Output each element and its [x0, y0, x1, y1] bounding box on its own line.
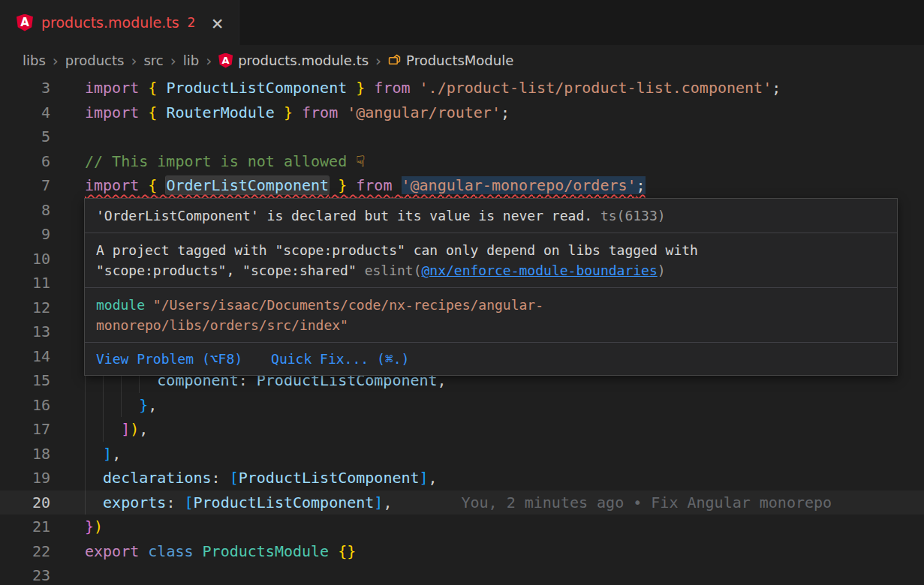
breadcrumb-item-symbol[interactable]: ProductsModule	[388, 52, 513, 68]
code-token: OrderListComponent	[166, 176, 329, 194]
code-text[interactable]: ],	[66, 442, 121, 466]
code-token: ]	[103, 445, 112, 463]
code-token: exports	[103, 494, 166, 512]
breadcrumb-item-src[interactable]: src	[143, 52, 163, 68]
code-token: }	[356, 79, 365, 97]
breadcrumb-item-lib[interactable]: lib	[183, 52, 199, 68]
code-line[interactable]: 17]),	[0, 417, 924, 442]
line-number[interactable]: 17	[0, 417, 66, 442]
chevron-right-icon: ›	[206, 52, 212, 70]
line-number[interactable]: 6	[0, 149, 66, 174]
line-number[interactable]: 8	[0, 198, 66, 223]
line-number[interactable]: 15	[0, 368, 66, 393]
line-number[interactable]: 7	[0, 173, 66, 198]
code-line[interactable]: 22export class ProductsModule {}	[0, 539, 924, 564]
code-token	[157, 176, 166, 194]
code-text[interactable]	[66, 247, 85, 272]
code-text[interactable]	[66, 222, 85, 247]
breadcrumb-file-label: products.module.ts	[238, 52, 369, 68]
indent-guide	[85, 442, 103, 466]
code-line[interactable]: 3import { ProductListComponent } from '.…	[0, 76, 924, 100]
code-line[interactable]: 19declarations: [ProductListComponent],	[0, 466, 924, 490]
line-number[interactable]: 19	[0, 466, 66, 490]
code-text[interactable]: })	[66, 514, 103, 539]
code-text[interactable]: export class ProductsModule {}	[66, 539, 356, 564]
code-token: '@angular/router'	[347, 104, 501, 122]
code-line[interactable]: 20exports: [ProductListComponent],You, 2…	[0, 490, 924, 515]
chevron-right-icon: ›	[53, 52, 59, 70]
code-token: }	[85, 518, 94, 536]
hover-eslint-line1: A project tagged with "scope:products" c…	[96, 240, 886, 260]
indent-guide	[121, 393, 139, 418]
indent-guide	[85, 466, 103, 490]
code-line[interactable]: 18],	[0, 442, 924, 466]
breadcrumb-item-libs[interactable]: libs	[23, 52, 46, 68]
code-line[interactable]: 5	[0, 124, 924, 149]
code-line[interactable]: 6// This import is not allowed ☟	[0, 149, 924, 174]
code-text[interactable]	[66, 563, 85, 585]
code-text[interactable]	[66, 271, 85, 296]
line-number[interactable]: 10	[0, 247, 66, 272]
line-number[interactable]: 5	[0, 124, 66, 149]
code-token: RouterModule	[166, 104, 275, 122]
code-token: import	[85, 176, 139, 194]
tab-title: products.module.ts	[41, 14, 179, 31]
indent-guide	[85, 490, 103, 515]
code-token: from	[356, 176, 392, 194]
line-number[interactable]: 14	[0, 344, 66, 369]
line-number[interactable]: 11	[0, 271, 66, 296]
line-number[interactable]: 22	[0, 539, 66, 564]
code-token	[338, 104, 347, 122]
code-text[interactable]	[66, 320, 85, 344]
line-number[interactable]: 4	[0, 100, 66, 125]
quick-fix-button[interactable]: Quick Fix... (⌘.)	[271, 349, 409, 369]
line-number[interactable]: 16	[0, 393, 66, 418]
line-number[interactable]: 23	[0, 563, 66, 585]
code-token: :	[166, 494, 184, 512]
chevron-right-icon: ›	[170, 52, 176, 70]
tab-products-module[interactable]: A products.module.ts 2 ×	[0, 0, 239, 45]
code-line[interactable]: 7import { OrderListComponent } from '@an…	[0, 173, 924, 198]
close-icon[interactable]: ×	[211, 13, 223, 33]
hover-module-path2: monorepo/libs/orders/src/index"	[96, 317, 348, 333]
code-text[interactable]: exports: [ProductListComponent],You, 2 m…	[66, 490, 832, 515]
code-line[interactable]: 21})	[0, 514, 924, 539]
hover-eslint-text1: A project tagged with "scope:products" c…	[96, 242, 698, 258]
code-text[interactable]: import { ProductListComponent } from './…	[66, 76, 781, 100]
breadcrumb-item-products[interactable]: products	[65, 52, 125, 68]
line-number[interactable]: 12	[0, 296, 66, 320]
line-number[interactable]: 21	[0, 514, 66, 539]
code-line[interactable]: 16},	[0, 393, 924, 418]
code-token: }	[338, 176, 347, 194]
view-problem-button[interactable]: View Problem (⌥F8)	[96, 349, 242, 369]
code-text[interactable]	[66, 124, 85, 149]
code-token	[157, 79, 166, 97]
code-token	[365, 79, 374, 97]
code-token: :	[212, 469, 230, 487]
code-text[interactable]: // This import is not allowed ☟	[66, 149, 365, 174]
code-line[interactable]: 23	[0, 563, 924, 585]
code-text[interactable]: },	[66, 393, 157, 418]
line-number[interactable]: 3	[0, 76, 66, 100]
code-text[interactable]	[66, 344, 85, 369]
hover-module-keyword: module	[96, 297, 145, 313]
code-text[interactable]: import { RouterModule } from '@angular/r…	[66, 100, 510, 125]
code-line[interactable]: 4import { RouterModule } from '@angular/…	[0, 100, 924, 125]
eslint-rule-link[interactable]: @nx/enforce-module-boundaries	[421, 262, 657, 278]
line-number[interactable]: 18	[0, 442, 66, 466]
code-editor[interactable]: 3import { ProductListComponent } from '.…	[0, 76, 924, 585]
hover-ts-source: ts(6133)	[592, 208, 666, 224]
code-text[interactable]	[66, 198, 85, 223]
code-text[interactable]: import { OrderListComponent } from '@ang…	[66, 173, 646, 198]
code-token	[347, 79, 356, 97]
line-number[interactable]: 20	[0, 490, 66, 515]
code-token	[411, 79, 420, 97]
code-token: ;	[637, 176, 646, 194]
breadcrumb-item-file[interactable]: A products.module.ts	[218, 52, 369, 68]
line-number[interactable]: 9	[0, 222, 66, 247]
code-text[interactable]	[66, 296, 85, 320]
code-token	[139, 104, 148, 122]
code-text[interactable]: ]),	[66, 417, 148, 442]
line-number[interactable]: 13	[0, 320, 66, 344]
code-text[interactable]: declarations: [ProductListComponent],	[66, 466, 438, 490]
